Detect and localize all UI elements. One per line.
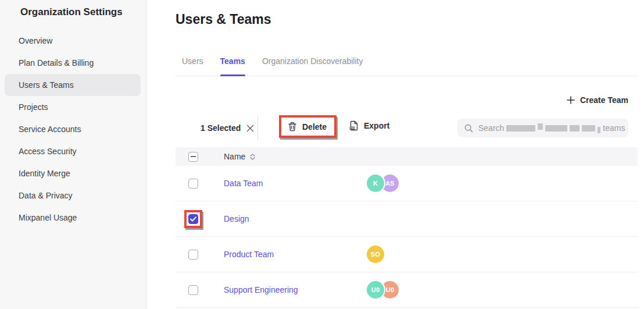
sidebar-item-data-privacy[interactable]: Data & Privacy bbox=[5, 184, 141, 207]
sidebar: Organization Settings OverviewPlan Detai… bbox=[0, 0, 146, 309]
sidebar-item-plan-details-billing[interactable]: Plan Details & Billing bbox=[5, 52, 141, 74]
sidebar-item-projects[interactable]: Projects bbox=[5, 96, 141, 118]
clear-selection-button[interactable] bbox=[246, 125, 254, 132]
teams-table: Name Data TeamKASDesignProduct TeamSOSup… bbox=[176, 147, 638, 308]
selection-count-label: 1 Selected bbox=[201, 123, 241, 133]
search-placeholder: Search teams bbox=[478, 123, 625, 133]
team-link-data-team[interactable]: Data Team bbox=[224, 179, 263, 188]
sidebar-item-access-security[interactable]: Access Security bbox=[5, 140, 141, 162]
export-button[interactable]: CSV Export bbox=[349, 120, 389, 131]
sidebar-title: Organization Settings bbox=[20, 6, 123, 18]
sidebar-item-identity-merge[interactable]: Identity Merge bbox=[5, 162, 141, 184]
create-team-label: Create Team bbox=[580, 95, 628, 105]
csv-file-icon: CSV bbox=[349, 120, 359, 131]
column-header-name: Name bbox=[224, 152, 245, 161]
table-header: Name bbox=[176, 147, 638, 166]
selection-count: 1 Selected bbox=[201, 123, 254, 133]
export-label: Export bbox=[364, 121, 389, 130]
checkbox-design[interactable] bbox=[188, 214, 198, 224]
table-body: Data TeamKASDesignProduct TeamSOSupport … bbox=[176, 166, 638, 308]
checkbox-product-team[interactable] bbox=[188, 250, 198, 260]
avatar-group: KAS bbox=[367, 175, 399, 192]
redacted-text bbox=[545, 125, 567, 132]
page-title: Users & Teams bbox=[176, 12, 271, 27]
tab-teams[interactable]: Teams bbox=[220, 55, 245, 76]
team-link-support-engineering[interactable]: Support Engineering bbox=[224, 285, 298, 294]
redacted-text bbox=[506, 125, 535, 132]
sidebar-item-users-teams[interactable]: Users & Teams bbox=[5, 74, 141, 96]
annotation-box-delete: Delete bbox=[279, 115, 337, 138]
table-row: Design bbox=[176, 201, 638, 237]
toolbar-divider bbox=[257, 116, 258, 140]
tab-users[interactable]: Users bbox=[182, 55, 203, 76]
sidebar-item-mixpanel-usage[interactable]: Mixpanel Usage bbox=[5, 207, 141, 229]
trash-icon bbox=[288, 122, 297, 132]
sidebar-item-service-accounts[interactable]: Service Accounts bbox=[5, 118, 141, 140]
select-all-checkbox[interactable] bbox=[188, 152, 198, 162]
team-link-product-team[interactable]: Product Team bbox=[224, 250, 274, 259]
create-team-button[interactable]: Create Team bbox=[567, 95, 628, 105]
team-link-design[interactable]: Design bbox=[224, 214, 249, 223]
avatar: SO bbox=[367, 246, 384, 263]
svg-text:CSV: CSV bbox=[349, 127, 355, 130]
avatar: U0 bbox=[367, 281, 384, 299]
redacted-text bbox=[582, 125, 595, 132]
search-icon bbox=[464, 124, 473, 133]
avatar-group: U0U0 bbox=[367, 281, 399, 299]
avatar-group: SO bbox=[367, 246, 384, 263]
redacted-text bbox=[598, 127, 600, 133]
redacted-text bbox=[538, 123, 543, 130]
redacted-text bbox=[570, 125, 579, 132]
table-row: Support EngineeringU0U0 bbox=[176, 272, 638, 308]
checkbox-data-team[interactable] bbox=[188, 179, 198, 189]
annotation-box-checkbox bbox=[184, 210, 202, 228]
table-row: Product TeamSO bbox=[176, 237, 638, 272]
sidebar-item-overview[interactable]: Overview bbox=[5, 30, 141, 52]
plus-icon bbox=[567, 96, 575, 104]
delete-button[interactable]: Delete bbox=[281, 118, 334, 136]
avatar: K bbox=[367, 175, 384, 192]
table-row: Data TeamKAS bbox=[176, 166, 638, 201]
delete-label: Delete bbox=[302, 122, 327, 132]
checkbox-support-engineering[interactable] bbox=[188, 285, 198, 295]
tab-bar: UsersTeamsOrganization Discoverability bbox=[176, 55, 638, 76]
sort-icon[interactable] bbox=[250, 154, 255, 160]
tab-organization-discoverability[interactable]: Organization Discoverability bbox=[262, 55, 363, 76]
sidebar-nav: OverviewPlan Details & BillingUsers & Te… bbox=[5, 30, 141, 229]
search-input[interactable]: Search teams bbox=[457, 119, 628, 137]
